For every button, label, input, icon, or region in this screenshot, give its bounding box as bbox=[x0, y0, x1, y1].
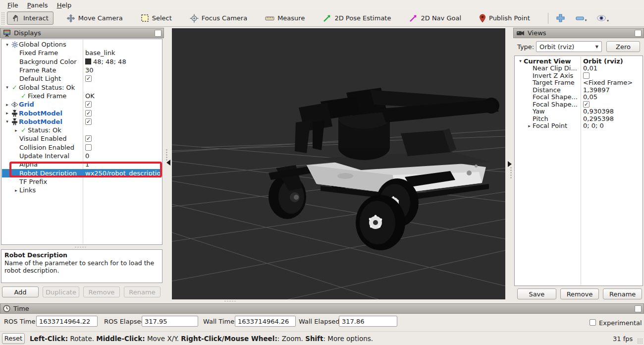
checkbox-checked[interactable]: ✓ bbox=[85, 110, 92, 116]
bottom-splitter-handle[interactable] bbox=[224, 300, 237, 302]
row-value[interactable]: ✓ bbox=[85, 118, 92, 125]
tree-row-alpha[interactable]: Alpha1 bbox=[2, 160, 161, 169]
collapse-left-panel-arrow[interactable] bbox=[166, 160, 170, 166]
tree-row-robotmodel[interactable]: ▾RobotModel✓ bbox=[2, 117, 161, 126]
tool-focus-camera[interactable]: Focus Camera bbox=[185, 11, 252, 25]
tree-row-background-color[interactable]: Background Color 48; 48; 48 bbox=[2, 58, 161, 66]
expander-closed-icon[interactable]: ▸ bbox=[4, 111, 10, 115]
row-value[interactable]: 0; 0; 0 bbox=[583, 122, 604, 130]
add-tool-button[interactable] bbox=[553, 12, 568, 24]
tree-row-pitch[interactable]: Pitch0,295398 bbox=[515, 115, 642, 122]
tool-publish-point[interactable]: Publish Point bbox=[474, 11, 535, 25]
tree-row-current-view[interactable]: ▾Current ViewOrbit (rviz) bbox=[515, 58, 642, 65]
row-value[interactable]: 1,39897 bbox=[583, 86, 610, 94]
menu-file[interactable]: File bbox=[3, 0, 23, 10]
tree-row-invert-z-axis[interactable]: Invert Z Axis bbox=[515, 72, 642, 79]
tool-2d-pose-estimate[interactable]: 2D Pose Estimate bbox=[318, 11, 396, 25]
expander-closed-icon[interactable]: ▸ bbox=[526, 123, 533, 128]
tree-row-global-options[interactable]: ▾Global Options bbox=[2, 40, 161, 49]
tree-row-global-status-ok[interactable]: ▾✓Global Status: Ok bbox=[2, 83, 161, 92]
row-value[interactable]: 0,295398 bbox=[583, 115, 614, 122]
row-value[interactable] bbox=[583, 72, 590, 79]
tree-row-status-ok[interactable]: ▸✓Status: Ok bbox=[2, 126, 161, 134]
displays-panel-checkbox[interactable] bbox=[155, 30, 161, 37]
row-value[interactable]: ✓ bbox=[85, 101, 92, 108]
tree-row-robotmodel[interactable]: ▸RobotModel✓ bbox=[2, 109, 161, 117]
tree-row-grid[interactable]: ▸Grid✓ bbox=[2, 100, 161, 109]
tree-row-default-light[interactable]: Default Light✓ bbox=[2, 74, 161, 83]
displays-titlebar[interactable]: Displays bbox=[0, 28, 164, 38]
tool-2d-nav-goal[interactable]: 2D Nav Goal bbox=[404, 11, 466, 25]
tool-measure[interactable]: Measure bbox=[260, 12, 310, 24]
row-value[interactable]: ✓ bbox=[85, 75, 92, 82]
3d-viewport[interactable] bbox=[172, 28, 505, 299]
tree-row-distance[interactable]: Distance1,39897 bbox=[515, 86, 642, 94]
row-value[interactable]: ✓ bbox=[583, 101, 590, 108]
tool-properties-button[interactable]: ▾ bbox=[594, 13, 611, 23]
row-value[interactable]: 0 bbox=[85, 152, 89, 160]
tree-row-yaw[interactable]: Yaw0,930398 bbox=[515, 108, 642, 115]
tree-row-focal-shape-[interactable]: Focal Shape...0,05 bbox=[515, 94, 642, 101]
expander-closed-icon[interactable]: ▸ bbox=[13, 128, 19, 133]
row-value[interactable]: Orbit (rviz) bbox=[583, 58, 623, 65]
row-value[interactable]: <Fixed Frame> bbox=[583, 79, 633, 87]
reset-button[interactable]: Reset bbox=[2, 333, 25, 344]
zero-button[interactable]: Zero bbox=[606, 41, 640, 52]
tree-row-fixed-frame[interactable]: Fixed Framebase_link bbox=[2, 49, 161, 57]
add-button[interactable]: Add bbox=[2, 287, 39, 297]
tree-row-robot-description[interactable]: Robot Descriptionwx250/robot_description bbox=[2, 169, 161, 177]
tool-interact[interactable]: Interact bbox=[7, 11, 54, 25]
checkbox-checked[interactable]: ✓ bbox=[85, 118, 92, 125]
expander-closed-icon[interactable]: ▸ bbox=[4, 102, 10, 107]
row-value[interactable]: ✓ bbox=[85, 135, 92, 142]
row-value[interactable]: 0,01 bbox=[583, 65, 597, 72]
row-value[interactable]: ✓ bbox=[85, 110, 92, 116]
rename-button[interactable]: Rename bbox=[603, 288, 642, 299]
displays-splitter-handle[interactable] bbox=[74, 246, 87, 248]
tree-row-fixed-frame[interactable]: ✓Fixed FrameOK bbox=[2, 92, 161, 100]
save-button[interactable]: Save bbox=[517, 288, 556, 299]
row-value[interactable]: 48; 48; 48 bbox=[85, 58, 126, 65]
tree-row-links[interactable]: ▸Links bbox=[2, 186, 161, 194]
tree-row-tf-prefix[interactable]: TF Prefix bbox=[2, 177, 161, 186]
menu-help[interactable]: Help bbox=[53, 0, 76, 10]
tree-row-frame-rate[interactable]: Frame Rate30 bbox=[2, 66, 161, 74]
row-value[interactable]: wx250/robot_description bbox=[85, 170, 161, 177]
remove-button[interactable]: Remove bbox=[560, 288, 599, 299]
expander-open-icon[interactable]: ▾ bbox=[4, 85, 10, 90]
tree-row-focal-shape-[interactable]: Focal Shape...✓ bbox=[515, 101, 642, 108]
checkbox-checked[interactable]: ✓ bbox=[85, 135, 92, 142]
views-titlebar[interactable]: Views bbox=[513, 28, 644, 38]
expander-open-icon[interactable]: ▾ bbox=[4, 119, 10, 124]
row-value[interactable]: 0,05 bbox=[583, 94, 597, 101]
time-field-input[interactable]: 1633714964.26 bbox=[235, 316, 296, 327]
row-value[interactable]: 30 bbox=[85, 66, 94, 74]
row-value[interactable]: base_link bbox=[85, 49, 115, 57]
experimental-checkbox[interactable] bbox=[590, 319, 596, 326]
menu-panels[interactable]: Panels bbox=[23, 0, 53, 10]
right-splitter-handle[interactable] bbox=[510, 167, 512, 179]
row-value[interactable]: 1 bbox=[85, 161, 89, 168]
row-value[interactable] bbox=[85, 144, 92, 151]
tree-row-target-frame[interactable]: Target Frame<Fixed Frame> bbox=[515, 79, 642, 87]
time-field-input[interactable]: 317.95 bbox=[142, 316, 198, 327]
resize-grip[interactable] bbox=[637, 338, 643, 344]
tree-row-collision-enabled[interactable]: Collision Enabled bbox=[2, 143, 161, 152]
tree-row-update-interval[interactable]: Update Interval0 bbox=[2, 152, 161, 160]
time-field-input[interactable]: 1633714964.22 bbox=[36, 316, 98, 327]
expander-open-icon[interactable]: ▾ bbox=[4, 42, 10, 47]
time-field-input[interactable]: 317.86 bbox=[339, 316, 397, 327]
time-titlebar[interactable]: Time bbox=[0, 303, 644, 314]
view-type-dropdown[interactable]: Orbit (rviz) ▼ bbox=[536, 41, 602, 52]
tree-row-near-clip-di-[interactable]: Near Clip Di...0,01 bbox=[515, 65, 642, 72]
checkbox-checked[interactable]: ✓ bbox=[85, 101, 92, 108]
tree-row-visual-enabled[interactable]: Visual Enabled✓ bbox=[2, 134, 161, 143]
toolbar-drag-handle[interactable] bbox=[1, 12, 5, 25]
tree-row-focal-point[interactable]: ▸Focal Point0; 0; 0 bbox=[515, 122, 642, 130]
expander-closed-icon[interactable]: ▸ bbox=[13, 188, 19, 193]
checkbox-checked[interactable]: ✓ bbox=[583, 101, 590, 108]
time-panel-checkbox[interactable] bbox=[635, 305, 642, 312]
views-panel-checkbox[interactable] bbox=[635, 30, 642, 37]
checkbox-checked[interactable]: ✓ bbox=[85, 75, 92, 82]
tool-move-camera[interactable]: Move Camera bbox=[61, 11, 128, 25]
